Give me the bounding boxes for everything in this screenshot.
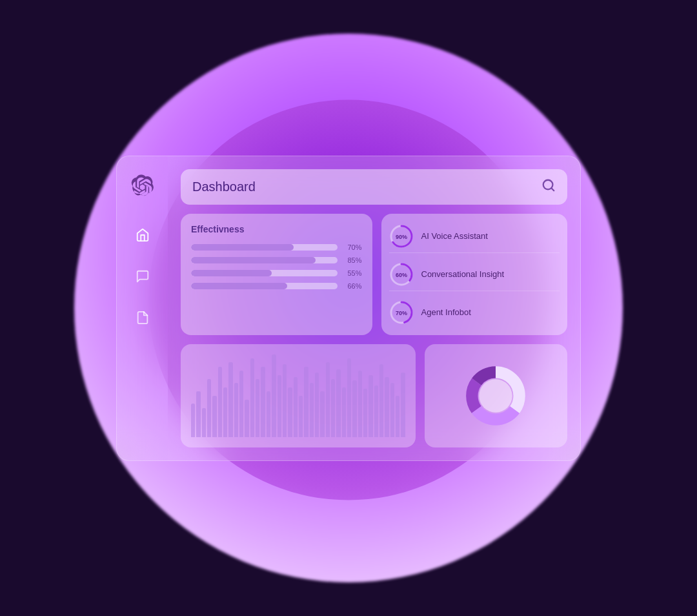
chart-bar xyxy=(342,387,346,437)
metric-row-2[interactable]: 60% Conversational Insight xyxy=(389,258,560,291)
search-icon[interactable] xyxy=(541,178,556,196)
metric-circle-1: 90% xyxy=(389,224,414,249)
cards-row: Effectivness 70% 85% xyxy=(181,214,567,335)
chart-bar xyxy=(256,379,259,437)
chart-bar xyxy=(272,354,276,437)
chart-bar xyxy=(310,383,314,436)
sidebar-item-documents[interactable] xyxy=(131,306,154,329)
bar-container-3 xyxy=(191,270,338,276)
chart-bar xyxy=(363,389,367,436)
svg-text:60%: 60% xyxy=(395,272,407,278)
chart-bar xyxy=(278,375,281,437)
bar-row-1: 70% xyxy=(191,243,362,251)
chart-bar xyxy=(261,367,265,437)
chart-bar xyxy=(352,380,356,436)
metric-name-3: Agent Infobot xyxy=(421,307,471,317)
chart-bar xyxy=(218,367,222,437)
bar-row-3: 55% xyxy=(191,269,362,277)
chart-bar xyxy=(347,358,351,437)
sidebar xyxy=(116,156,168,461)
bar-fill-2 xyxy=(191,257,316,263)
effectiveness-card: Effectivness 70% 85% xyxy=(181,214,372,335)
chart-bar xyxy=(212,396,216,437)
bar-container-2 xyxy=(191,257,338,263)
chart-bar xyxy=(331,379,335,437)
chart-bar xyxy=(358,371,362,436)
effectiveness-title: Effectivness xyxy=(191,224,362,234)
metric-circle-2: 60% xyxy=(389,262,414,287)
chart-bar xyxy=(390,383,394,436)
bar-chart-card xyxy=(181,344,416,447)
bar-label-1: 70% xyxy=(343,243,362,251)
metric-name-1: AI Voice Assistant xyxy=(421,231,488,241)
chart-bar xyxy=(336,369,340,437)
svg-text:90%: 90% xyxy=(395,234,407,240)
bar-row-2: 85% xyxy=(191,256,362,264)
chart-bar xyxy=(245,400,248,437)
chart-bar xyxy=(288,387,292,437)
chart-bar xyxy=(374,385,378,436)
svg-line-1 xyxy=(551,188,554,190)
chart-bar xyxy=(326,362,330,436)
bar-row-4: 66% xyxy=(191,282,362,290)
sidebar-item-chat[interactable] xyxy=(131,265,154,288)
chart-bar xyxy=(196,391,200,436)
bar-fill-1 xyxy=(191,244,294,251)
chart-bar xyxy=(315,373,319,437)
chart-bar xyxy=(228,362,232,436)
chart-bar xyxy=(223,387,227,437)
metric-row-3[interactable]: 70% Agent Infobot xyxy=(389,296,560,329)
metrics-card: 90% AI Voice Assistant 60% Conversationa… xyxy=(381,214,568,335)
svg-point-15 xyxy=(480,379,512,412)
chart-bar xyxy=(250,358,254,437)
bar-fill-4 xyxy=(191,283,287,289)
ui-panel: Dashboard Effectivness 70% xyxy=(116,156,581,461)
donut-chart-card xyxy=(425,344,567,447)
search-bar[interactable]: Dashboard xyxy=(181,169,567,205)
bar-label-2: 85% xyxy=(343,256,362,264)
chart-bar xyxy=(267,391,270,436)
chart-bar xyxy=(379,364,383,437)
bar-container-4 xyxy=(191,283,338,289)
bar-label-4: 66% xyxy=(343,282,362,290)
chart-bar xyxy=(396,396,399,437)
chart-bar xyxy=(207,379,211,437)
chart-bar xyxy=(283,364,287,437)
charts-row xyxy=(181,344,567,447)
chart-bar xyxy=(239,371,243,436)
chart-bar xyxy=(299,396,303,437)
bar-label-3: 55% xyxy=(343,269,362,277)
chart-bar xyxy=(191,404,195,436)
chart-bar xyxy=(202,408,206,437)
chart-bar xyxy=(369,375,372,437)
chart-bar xyxy=(401,373,405,437)
sidebar-item-home[interactable] xyxy=(131,223,154,247)
metric-row-1[interactable]: 90% AI Voice Assistant xyxy=(389,220,560,253)
main-content: Dashboard Effectivness 70% xyxy=(168,156,581,461)
chart-bar xyxy=(320,391,324,436)
metric-circle-3: 70% xyxy=(389,300,414,325)
chart-bar xyxy=(304,367,308,437)
bar-fill-3 xyxy=(191,270,272,276)
chart-bar xyxy=(385,377,389,436)
svg-text:70%: 70% xyxy=(395,310,407,316)
metric-name-2: Conversational Insight xyxy=(421,269,505,279)
donut-chart xyxy=(460,360,531,431)
chart-bar xyxy=(294,377,298,436)
page-title: Dashboard xyxy=(192,180,256,194)
chart-bar xyxy=(234,383,238,436)
app-logo xyxy=(128,172,157,200)
bar-container-1 xyxy=(191,244,338,251)
